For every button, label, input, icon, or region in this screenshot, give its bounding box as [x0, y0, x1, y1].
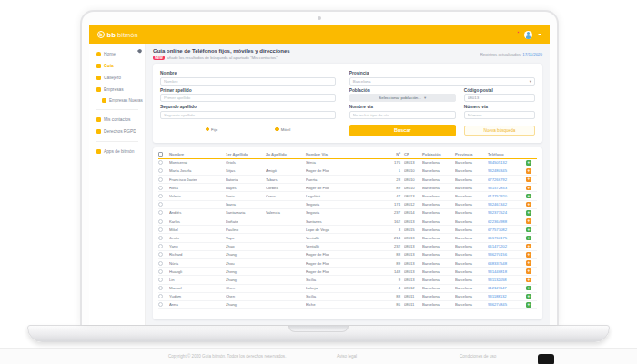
phone-link[interactable]: 622364988 — [488, 219, 526, 224]
add-contact-button[interactable]: + — [526, 168, 531, 174]
header-poblacion: Población — [422, 152, 455, 157]
phone-link[interactable]: 931132058 — [488, 278, 526, 282]
add-contact-button[interactable]: + — [526, 194, 531, 199]
apps-icon — [96, 149, 101, 154]
contact-icon[interactable] — [158, 210, 163, 215]
numero-via-input[interactable] — [464, 111, 535, 119]
cell-numero: 1 — [389, 168, 404, 173]
new-search-button[interactable]: Nueva búsqueda — [464, 126, 535, 136]
contact-icon[interactable] — [158, 244, 163, 248]
add-contact-button[interactable]: + — [526, 177, 531, 182]
contact-icon[interactable] — [158, 177, 163, 182]
add-contact-button[interactable]: + — [526, 294, 531, 299]
phone-link[interactable]: 931188132 — [488, 294, 526, 298]
cell-numero: 148 — [389, 269, 404, 274]
sidebar-item-mis-contactos[interactable]: Mis contactos — [89, 114, 145, 126]
sidebar-item-derechos-rgpd[interactable]: Derechos RGPD — [89, 126, 145, 137]
phone-link[interactable]: 932371524 — [488, 210, 526, 215]
provincia-select[interactable]: Barcelona ▾ — [349, 77, 535, 86]
contact-icon[interactable] — [158, 252, 163, 257]
sidebar-item-empresas[interactable]: Empresas — [89, 84, 145, 96]
nombre-via-label: Nombre vía — [349, 105, 456, 109]
add-contact-button[interactable]: + — [526, 252, 531, 258]
table-row: AnnaZhangElche8608011BarcelonaBarcelona9… — [158, 301, 537, 309]
shield-icon — [96, 129, 101, 134]
contact-icon[interactable] — [158, 236, 163, 240]
footer-link-aviso-legal[interactable]: Aviso legal — [337, 354, 357, 359]
add-contact-button[interactable]: + — [526, 244, 531, 249]
contact-icon[interactable] — [158, 160, 163, 165]
sidebar-item-callejero[interactable]: Callejero — [89, 72, 145, 84]
nombre-via-input[interactable] — [349, 111, 456, 119]
contact-icon[interactable] — [158, 194, 163, 198]
contact-icon[interactable] — [158, 294, 163, 298]
cookie-widget[interactable] — [538, 354, 554, 364]
cell-provincia: Barcelona — [455, 294, 488, 298]
add-contact-button[interactable]: + — [526, 160, 531, 166]
phone-link[interactable]: 932480345 — [488, 168, 526, 173]
new-company-icon — [102, 98, 106, 103]
add-contact-button[interactable]: + — [526, 286, 531, 291]
radio-móvil[interactable]: Móvil — [275, 127, 290, 132]
cell-numero: 86 — [389, 302, 404, 307]
phone-link[interactable]: 936274845 — [488, 302, 526, 307]
nombre-input[interactable] — [160, 77, 336, 86]
phone-link[interactable]: 617752920 — [488, 194, 526, 198]
add-contact-button[interactable]: + — [526, 186, 531, 191]
phone-link[interactable]: 677266792 — [488, 177, 526, 182]
laptop-base — [27, 325, 610, 342]
phone-link[interactable]: 661471202 — [488, 244, 526, 248]
notifications-bell-icon[interactable] — [513, 32, 519, 37]
cell-cp: 08010 — [404, 177, 422, 182]
poblacion-select[interactable]: Seleccionar población... ▾ — [349, 94, 456, 102]
sidebar-item-home[interactable]: Home — [89, 48, 145, 60]
add-contact-button[interactable]: + — [526, 302, 531, 308]
records-updated: Registros actualizados: 17/11/2020 — [480, 48, 542, 56]
cell-via: Puerta — [306, 177, 389, 182]
contact-icon[interactable] — [158, 302, 163, 307]
contact-icon[interactable] — [158, 261, 163, 266]
cell-provincia: Barcelona — [455, 168, 488, 173]
phone-link[interactable]: 931572853 — [488, 186, 526, 190]
user-avatar[interactable] — [524, 31, 532, 39]
contact-icon[interactable] — [158, 219, 163, 224]
contact-icon[interactable] — [158, 168, 163, 173]
user-menu-chevron-icon[interactable] — [538, 34, 541, 35]
contact-icon[interactable] — [158, 278, 163, 282]
cell-apellido1: Ibarra — [226, 202, 266, 207]
contact-icon[interactable] — [158, 228, 163, 232]
cell-numero: 176 — [389, 160, 404, 165]
sidebar-item-guia[interactable]: Guía — [89, 60, 145, 72]
phone-link[interactable]: 612121147 — [488, 286, 526, 290]
cell-numero: 89 — [389, 261, 404, 266]
add-contact-button[interactable]: + — [526, 218, 531, 224]
sidebar-item-apps-bitmon[interactable]: Apps de bitmón — [89, 146, 145, 157]
phone-link[interactable]: 931446818 — [488, 269, 526, 274]
add-contact-button[interactable]: + — [526, 260, 531, 266]
phone-link[interactable]: 932461342 — [488, 202, 526, 207]
sidebar-item-empresas-nuevas[interactable]: Empresas Nuevas — [89, 96, 145, 106]
radio-fijo[interactable]: Fijo — [206, 127, 218, 132]
add-contact-button[interactable]: + — [526, 278, 531, 283]
phone-link[interactable]: 648337548 — [488, 261, 526, 266]
search-button[interactable]: Buscar — [349, 125, 456, 136]
contact-icon[interactable] — [158, 286, 163, 290]
footer-link-condiciones[interactable]: Condiciones de uso — [460, 354, 496, 359]
phone-link[interactable]: 677573082 — [488, 228, 526, 232]
phone-link[interactable]: 934505132 — [488, 160, 526, 165]
add-contact-button[interactable]: + — [526, 236, 531, 241]
contact-icon[interactable] — [158, 269, 163, 274]
primer-apellido-input[interactable] — [160, 94, 336, 102]
codigo-postal-input[interactable] — [464, 94, 535, 102]
add-contact-button[interactable]: + — [526, 268, 531, 274]
brand-logo[interactable]: b bb bitmón — [97, 31, 138, 39]
add-contact-button[interactable]: + — [526, 228, 531, 233]
contact-icon[interactable] — [158, 186, 163, 190]
phone-link[interactable]: 661760175 — [488, 236, 526, 240]
add-contact-button[interactable]: + — [526, 210, 531, 216]
contact-icon[interactable] — [158, 202, 163, 207]
add-contact-button[interactable]: + — [526, 202, 531, 207]
cell-apellido2: Tabars — [266, 177, 306, 182]
segundo-apellido-input[interactable] — [160, 111, 336, 119]
phone-link[interactable]: 936270156 — [488, 252, 526, 257]
